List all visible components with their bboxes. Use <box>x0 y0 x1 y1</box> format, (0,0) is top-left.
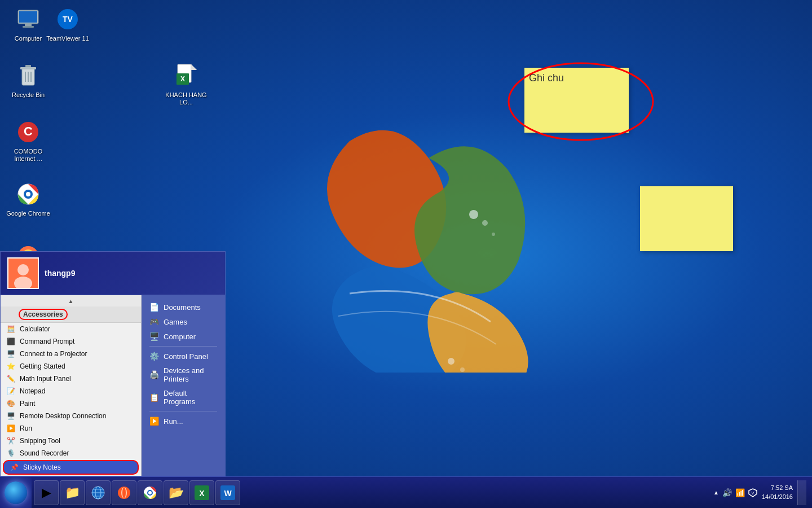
menu-right-panel: 📄 Documents 🎮 Games 🖥️ Computer ⚙️ Contr… <box>142 295 225 476</box>
svg-text:X: X <box>199 489 205 498</box>
desktop-icon-computer[interactable]: Computer <box>6 6 51 42</box>
svg-point-36 <box>17 264 29 275</box>
user-name: thangp9 <box>45 269 75 278</box>
desktop-icon-comodo[interactable]: C COMODO Internet ... <box>6 119 51 163</box>
ie-icon <box>91 485 105 500</box>
control-panel-icon: ⚙️ <box>149 352 159 361</box>
menu-item-math-input[interactable]: ✏️ Math Input Panel <box>1 373 141 385</box>
svg-text:X: X <box>180 75 185 83</box>
menu-item-sync-center[interactable]: 🔄 Sync Center <box>1 475 141 476</box>
windows-explorer-taskbar-icon: 📁 <box>64 485 80 501</box>
svg-rect-16 <box>25 65 31 67</box>
chrome-label: Google Chrome <box>6 210 50 217</box>
user-avatar <box>7 257 39 289</box>
desktop-icon-khach-hang[interactable]: X KHACH HANG LO... <box>164 62 209 106</box>
command-prompt-icon: ⬛ <box>6 337 15 346</box>
sticky-note-1[interactable]: Ghi chu <box>524 68 629 133</box>
right-item-control-panel[interactable]: ⚙️ Control Panel <box>142 349 225 364</box>
excel-file-icon: X <box>173 62 200 89</box>
computer-r-icon: 🖥️ <box>149 332 159 341</box>
teamviewer-icon: TV <box>54 6 81 33</box>
taskbar-word[interactable]: W <box>215 480 240 505</box>
taskbar-opera[interactable] <box>112 480 136 505</box>
excel-taskbar-icon: X <box>195 485 209 500</box>
start-button[interactable] <box>0 477 32 509</box>
taskbar-chrome[interactable] <box>138 480 162 505</box>
sticky-note-2[interactable] <box>640 186 733 251</box>
svg-point-0 <box>469 210 478 219</box>
getting-started-icon: ⭐ <box>6 362 15 371</box>
taskbar-file-manager[interactable]: 📂 <box>164 480 188 505</box>
right-item-default-programs[interactable]: 📋 Default Programs <box>142 386 225 409</box>
svg-point-4 <box>460 367 465 372</box>
svg-text:C: C <box>24 124 33 138</box>
documents-icon: 📄 <box>149 303 159 312</box>
svg-point-46 <box>122 487 126 498</box>
svg-marker-19 <box>191 64 197 70</box>
menu-item-paint[interactable]: 🎨 Paint <box>1 397 141 410</box>
computer-icon <box>15 6 42 33</box>
volume-icon: 🔊 <box>722 488 732 497</box>
desktop: Computer TV TeamViewer 11 Recycle Bin X … <box>0 0 812 508</box>
svg-point-3 <box>448 358 454 365</box>
calculator-icon: 🧮 <box>6 325 15 334</box>
khach-hang-label: KHACH HANG LO... <box>164 91 209 106</box>
taskbar-media-player[interactable]: ▶ <box>34 480 59 505</box>
menu-item-run[interactable]: ▶️ Run <box>1 422 141 435</box>
recycle-bin-label: Recycle Bin <box>12 91 45 99</box>
windows-logo <box>237 124 530 373</box>
menu-item-snipping-tool[interactable]: ✂️ Snipping Tool <box>1 435 141 447</box>
show-desktop-button[interactable] <box>797 480 806 505</box>
svg-text:W: W <box>224 489 232 498</box>
svg-point-2 <box>492 233 495 236</box>
desktop-icon-teamviewer[interactable]: TV TeamViewer 11 <box>45 6 90 42</box>
desktop-icon-chrome[interactable]: Google Chrome <box>6 181 51 217</box>
menu-scroll-up[interactable]: ▲ <box>1 295 141 306</box>
file-manager-icon: 📂 <box>168 485 184 501</box>
right-item-run[interactable]: ▶️ Run... <box>142 414 225 428</box>
devices-icon: 🖨️ <box>149 370 159 379</box>
menu-item-getting-started[interactable]: ⭐ Getting Started <box>1 360 141 373</box>
menu-item-sticky-notes[interactable]: 📌 Sticky Notes <box>3 460 139 475</box>
svg-rect-7 <box>25 24 32 26</box>
menu-item-notepad[interactable]: 📝 Notepad <box>1 385 141 397</box>
systray-arrow[interactable]: ▲ <box>713 489 719 496</box>
snipping-tool-icon: ✂️ <box>6 436 15 445</box>
taskbar-windows-explorer[interactable]: 📁 <box>60 480 85 505</box>
menu-item-command-prompt[interactable]: ⬛ Command Prompt <box>1 335 141 348</box>
clock-area: 7:52 SA 14/01/2016 <box>762 484 793 501</box>
notepad-icon: 📝 <box>6 387 15 396</box>
network-icon: 📶 <box>735 488 745 497</box>
windows-orb-icon <box>5 481 27 504</box>
recycle-bin-icon <box>15 62 42 89</box>
svg-text:TV: TV <box>63 15 73 24</box>
svg-point-27 <box>26 192 30 196</box>
menu-item-calculator[interactable]: 🧮 Calculator <box>1 323 141 335</box>
accessories-label: Accessories <box>19 309 68 320</box>
opera-icon <box>117 485 131 500</box>
math-input-icon: ✏️ <box>6 374 15 383</box>
taskbar-ie[interactable] <box>86 480 111 505</box>
right-divider-2 <box>149 411 217 411</box>
desktop-icon-recycle-bin[interactable]: Recycle Bin <box>6 62 51 99</box>
right-item-games[interactable]: 🎮 Games <box>142 314 225 329</box>
svg-point-49 <box>148 491 152 494</box>
right-item-computer[interactable]: 🖥️ Computer <box>142 329 225 344</box>
taskbar-items: ▶ 📁 📂 X W <box>32 480 708 505</box>
word-taskbar-icon: W <box>220 485 235 500</box>
systray: ▲ 🔊 📶 V <box>713 488 757 497</box>
teamviewer-label: TeamViewer 11 <box>46 35 89 42</box>
sticky-notes-icon: 📌 <box>10 463 19 472</box>
chrome-icon <box>15 181 42 208</box>
menu-item-connect-projector[interactable]: 🖥️ Connect to a Projector <box>1 348 141 360</box>
paint-icon: 🎨 <box>6 399 15 408</box>
run-icon: ▶️ <box>6 424 15 433</box>
right-item-documents[interactable]: 📄 Documents <box>142 300 225 314</box>
menu-item-sound-recorder[interactable]: 🎙️ Sound Recorder <box>1 447 141 459</box>
clock-date: 14/01/2016 <box>762 493 793 501</box>
menu-item-remote-desktop[interactable]: 🖥️ Remote Desktop Connection <box>1 410 141 422</box>
computer-label: Computer <box>15 35 42 42</box>
taskbar-excel[interactable]: X <box>189 480 214 505</box>
start-menu: thangp9 ▲ Accessories 🧮 Calculator ⬛ <box>0 251 226 476</box>
right-item-devices[interactable]: 🖨️ Devices and Printers <box>142 364 225 386</box>
